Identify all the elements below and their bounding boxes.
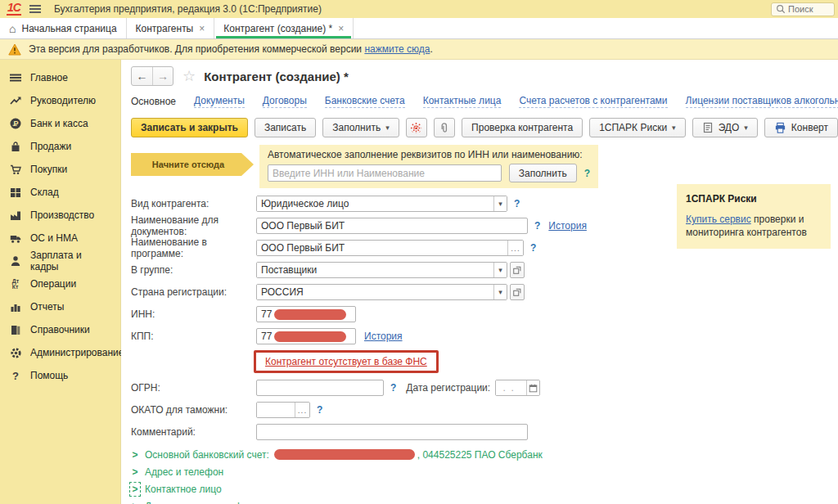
field-label: КПП: bbox=[131, 331, 256, 342]
back-button[interactable]: ← bbox=[132, 67, 152, 85]
name-history-link[interactable]: История bbox=[548, 220, 587, 232]
name-docs-input[interactable] bbox=[256, 218, 528, 234]
open-item-button[interactable] bbox=[510, 262, 525, 278]
save-button[interactable]: Записать bbox=[255, 118, 316, 137]
envelope-print-button[interactable]: Конверт bbox=[764, 118, 838, 137]
sidebar-item-prodazhi[interactable]: Продажи bbox=[0, 135, 120, 158]
section-bank-account[interactable]: > Основной банковский счет: , 044525225 … bbox=[131, 446, 838, 463]
form-content: ← → ☆ Контрагент (создание) * Основное Д… bbox=[121, 60, 838, 504]
menu-icon bbox=[9, 72, 22, 83]
person-icon bbox=[9, 255, 22, 267]
chevron-down-icon: ▾ bbox=[744, 124, 748, 132]
autofill-panel: Автоматическое заполнение реквизитов по … bbox=[259, 145, 598, 188]
ogrn-input[interactable] bbox=[256, 380, 384, 396]
field-label: Комментарий: bbox=[131, 426, 256, 438]
tab-bar: ⌂ Начальная страница Контрагенты × Контр… bbox=[0, 18, 838, 39]
inn-input[interactable]: 77 bbox=[256, 306, 356, 322]
tab-home[interactable]: ⌂ Начальная страница bbox=[0, 18, 127, 38]
help-icon[interactable]: ? bbox=[390, 382, 396, 394]
reg-date-field bbox=[495, 380, 540, 396]
nav-bank-accounts[interactable]: Банковские счета bbox=[325, 95, 405, 108]
cart-icon bbox=[9, 164, 22, 175]
chevron-right-icon: > bbox=[131, 449, 139, 461]
help-icon[interactable]: ? bbox=[584, 168, 590, 179]
sidebar-item-proizvodstvo[interactable]: Производство bbox=[0, 204, 120, 227]
field-label: Страна регистрации: bbox=[131, 286, 256, 298]
ellipsis-button[interactable]: ... bbox=[507, 241, 523, 255]
comment-input[interactable] bbox=[256, 424, 528, 440]
help-icon[interactable]: ? bbox=[317, 404, 322, 416]
spark-check-button[interactable] bbox=[406, 118, 427, 137]
help-icon[interactable]: ? bbox=[530, 242, 536, 254]
section-address-phone[interactable]: > Адрес и телефон bbox=[131, 463, 838, 480]
help-icon: ? bbox=[9, 370, 22, 382]
bar-chart-icon bbox=[9, 301, 22, 313]
spark-panel-title: 1СПАРК Риски bbox=[686, 192, 822, 205]
close-icon[interactable]: × bbox=[338, 25, 344, 33]
sidebar-item-pomosch[interactable]: ? Помощь bbox=[0, 364, 120, 387]
help-icon[interactable]: ? bbox=[534, 220, 540, 232]
nav-contacts[interactable]: Контактные лица bbox=[423, 95, 502, 108]
spark-risks-button[interactable]: 1СПАРК Риски▾ bbox=[589, 118, 686, 137]
field-label: ОКАТО для таможни: bbox=[131, 404, 256, 416]
calendar-button[interactable] bbox=[526, 380, 539, 395]
nav-alcohol-licenses[interactable]: Лицензии поставщиков алкогольной продукц… bbox=[686, 95, 838, 108]
buy-link[interactable]: нажмите сюда bbox=[364, 43, 430, 55]
country-input[interactable] bbox=[257, 285, 493, 299]
close-icon[interactable]: × bbox=[199, 25, 205, 33]
warning-icon bbox=[8, 43, 21, 56]
tab-label: Контрагент (создание) * bbox=[223, 23, 332, 34]
help-icon[interactable]: ? bbox=[514, 198, 520, 209]
dropdown-button[interactable]: ▾ bbox=[493, 196, 507, 211]
sidebar-item-sklad[interactable]: Склад bbox=[0, 181, 120, 204]
sidebar-item-administrirovanie[interactable]: Администрирование bbox=[0, 341, 120, 364]
main-menu-icon[interactable] bbox=[29, 5, 41, 13]
search-input[interactable] bbox=[788, 4, 827, 14]
nav-dokumenty[interactable]: Документы bbox=[194, 95, 245, 108]
forward-button[interactable]: → bbox=[152, 67, 173, 85]
autofill-fill-button[interactable]: Заполнить bbox=[509, 164, 577, 182]
sidebar-item-os-nma[interactable]: ОС и НМА bbox=[0, 227, 120, 250]
sidebar-item-pokupki[interactable]: Покупки bbox=[0, 158, 120, 181]
open-item-button[interactable] bbox=[510, 284, 525, 300]
fns-alert-link[interactable]: Контрагент отсутствует в базе ФНС bbox=[265, 356, 427, 367]
bag-icon bbox=[9, 141, 22, 152]
edo-button[interactable]: ЭДО▾ bbox=[692, 118, 758, 137]
global-search[interactable] bbox=[771, 2, 835, 16]
buy-service-link[interactable]: Купить сервис bbox=[686, 214, 751, 225]
reg-date-input[interactable] bbox=[496, 380, 526, 395]
section-additional-info[interactable]: > Дополнительная информация bbox=[131, 497, 838, 504]
fns-alert-annotation: Контрагент отсутствует в базе ФНС bbox=[254, 350, 838, 373]
sidebar-item-bank-kassa[interactable]: Р Банк и касса bbox=[0, 112, 120, 135]
attachments-button[interactable] bbox=[434, 118, 455, 137]
sidebar-item-spravochniki[interactable]: Справочники bbox=[0, 318, 120, 341]
nav-dogovory[interactable]: Договоры bbox=[263, 95, 307, 108]
save-close-button[interactable]: Записать и закрыть bbox=[131, 118, 248, 137]
search-icon bbox=[776, 4, 786, 14]
tab-kontragenty[interactable]: Контрагенты × bbox=[127, 18, 215, 38]
nav-settlement-accounts[interactable]: Счета расчетов с контрагентами bbox=[519, 95, 667, 108]
dropdown-button[interactable]: ▾ bbox=[493, 263, 507, 277]
sidebar-item-otchety[interactable]: Отчеты bbox=[0, 295, 120, 318]
counterparty-check-button[interactable]: Проверка контрагента bbox=[462, 118, 583, 137]
inn-search-input[interactable] bbox=[268, 164, 502, 182]
nav-osnovnoe[interactable]: Основное bbox=[131, 96, 176, 107]
sidebar-item-glavnoe[interactable]: Главное bbox=[0, 66, 120, 89]
favorite-star-icon[interactable]: ☆ bbox=[182, 67, 196, 85]
section-contact-person[interactable]: > Контактное лицо bbox=[131, 480, 838, 497]
kpp-history-link[interactable]: История bbox=[364, 331, 403, 342]
fill-menu-button[interactable]: Заполнить▾ bbox=[322, 118, 399, 137]
field-label: Вид контрагента: bbox=[131, 198, 256, 209]
dropdown-button[interactable]: ▾ bbox=[493, 285, 507, 299]
ellipsis-button[interactable]: ... bbox=[295, 403, 309, 417]
sidebar-item-rukovoditelyu[interactable]: Руководителю bbox=[0, 89, 120, 112]
tab-kontragent-create[interactable]: Контрагент (создание) * × bbox=[214, 18, 354, 38]
kind-input[interactable] bbox=[257, 196, 493, 211]
sidebar-item-operacii[interactable]: Дт Кт Операции bbox=[0, 272, 120, 295]
trend-chart-icon bbox=[9, 95, 22, 106]
name-prog-input[interactable] bbox=[257, 241, 507, 255]
kpp-input[interactable]: 77 bbox=[256, 328, 356, 344]
group-input[interactable] bbox=[257, 263, 493, 277]
sidebar-item-zarplata-kadry[interactable]: Зарплата и кадры bbox=[0, 250, 120, 272]
okato-input[interactable] bbox=[257, 403, 295, 417]
